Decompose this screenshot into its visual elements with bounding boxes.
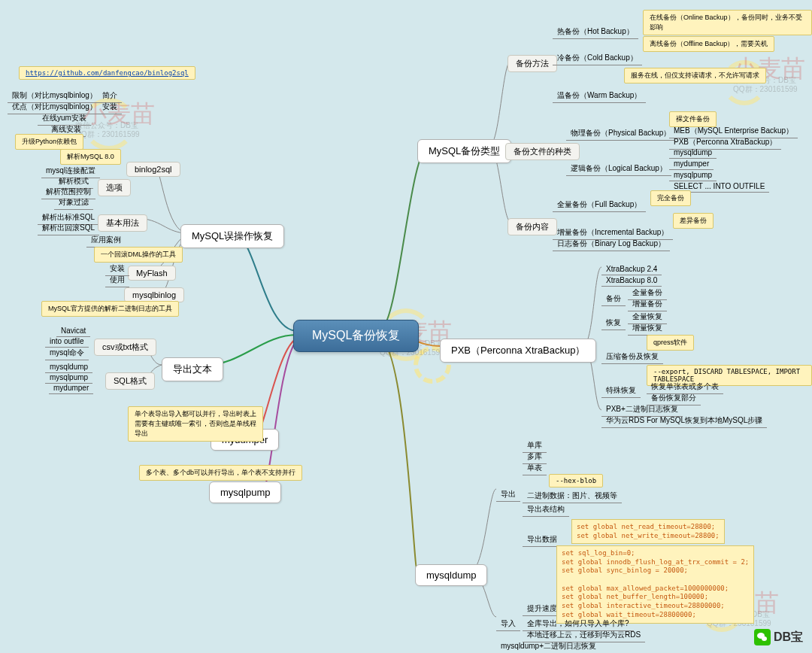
node-binlog2sql[interactable]: binlog2sql — [126, 162, 180, 177]
node-appcase[interactable]: 应用案例 — [86, 233, 126, 248]
node-pyupgrade[interactable]: 升级Python依赖包 — [15, 134, 83, 150]
node-md-export[interactable]: 导出 — [496, 487, 520, 502]
node-objfilter[interactable]: 对象过滤 — [54, 196, 93, 210]
node-binlogrestore[interactable]: mysqldump+二进制日志恢复 — [496, 639, 601, 653]
node-md-import[interactable]: 导入 — [496, 617, 520, 631]
note-mysqlpump: 多个表、多个db可以并行导出，单个表不支持并行 — [139, 465, 302, 481]
node-csvtxt[interactable]: csv或txt格式 — [94, 339, 156, 356]
github-link[interactable]: https://github.com/danfengcao/binlog2sql — [19, 66, 195, 80]
branch-pxb[interactable]: PXB（Perconna XtraBackup） — [440, 339, 596, 363]
node-special[interactable]: 特殊恢复 — [601, 384, 641, 398]
node-official[interactable]: MySQL官方提供的解析二进制日志的工具 — [41, 301, 179, 317]
branch-misoperation[interactable]: MySQL误操作恢复 — [180, 224, 284, 248]
node-myflash[interactable]: MyFlash — [128, 266, 176, 281]
node-l-mysqldump[interactable]: mysqldump — [669, 147, 717, 159]
watermark-gray-tr2: QQ群：230161599 — [733, 84, 798, 95]
wechat-icon — [754, 629, 771, 645]
node-options[interactable]: 选项 — [98, 179, 131, 196]
note-hexblob: --hex-blob — [549, 474, 603, 487]
node-filetype[interactable]: 备份文件的种类 — [505, 143, 580, 160]
node-dmltool[interactable]: 一个回滚DML操作的工具 — [94, 247, 183, 263]
node-parse8[interactable]: 解析MySQL 8.0 — [60, 149, 121, 165]
node-huawei[interactable]: 华为云RDS For MySQL恢复到本地MySQL步骤 — [601, 414, 767, 428]
node-l-mydumper[interactable]: mydumper — [669, 158, 714, 170]
node-pxb-incrrs[interactable]: 增量恢复 — [628, 321, 667, 336]
note-warm: 服务在线，但仅支持读请求，不允许写请求 — [624, 68, 766, 84]
node-l-mysqlpump[interactable]: mysqlpump — [669, 169, 717, 181]
node-cold[interactable]: 冷备份（Cold Backup） — [553, 51, 642, 65]
root-node[interactable]: MySQL备份恢复 — [293, 320, 419, 352]
node-v24[interactable]: XtraBackup 2.4 — [601, 263, 662, 275]
node-logical[interactable]: 逻辑备份（Logical Backup） — [566, 162, 671, 176]
code-speedup: set sql_log_bin=0; set global innodb_flu… — [556, 545, 754, 624]
node-warm[interactable]: 温备份（Warm Backup） — [553, 89, 646, 103]
branch-mysqlpump[interactable]: mysqlpump — [209, 481, 281, 503]
node-mysqlcmd[interactable]: mysql命令 — [45, 346, 89, 360]
brand-text: DB宝 — [774, 630, 803, 645]
node-pxb-restore[interactable]: 恢复 — [601, 316, 626, 330]
node-binary[interactable]: 二进制数据：图片、视频等 — [523, 489, 622, 503]
code-timeout: set global net_read_timeout=28800; set g… — [571, 519, 725, 544]
node-sql[interactable]: SQL格式 — [105, 372, 155, 390]
node-mysqlbinlog[interactable]: mysqlbinlog — [124, 287, 184, 302]
node-tablestruct[interactable]: 导出表结构 — [523, 503, 569, 517]
node-basic[interactable]: 基本用法 — [98, 214, 147, 232]
node-hot[interactable]: 热备份（Hot Backup） — [553, 25, 638, 39]
node-method[interactable]: 备份方法 — [508, 55, 557, 72]
brand-logo: DB宝 — [754, 629, 803, 645]
node-ex-mydumper[interactable]: mydumper — [49, 382, 93, 394]
node-physical[interactable]: 物理备份（Physical Backup） — [566, 126, 675, 141]
note-full: 完全备份 — [650, 190, 691, 206]
note-hot: 在线备份（Online Backup），备份同时，业务不受影响 — [643, 10, 812, 35]
node-pxb-backup[interactable]: 备份 — [601, 292, 626, 306]
branch-backuptype[interactable]: MySQL备份类型 — [417, 139, 511, 163]
node-mfuse[interactable]: 使用 — [105, 273, 129, 287]
note-cold: 离线备份（Offline Backup），需要关机 — [643, 36, 774, 52]
node-v80[interactable]: XtraBackup 8.0 — [601, 275, 662, 287]
node-full[interactable]: 全量备份（Full Backup） — [553, 198, 646, 212]
note-qpress: qpress软件 — [647, 335, 694, 351]
node-compress[interactable]: 压缩备份及恢复 — [601, 350, 663, 364]
note-mydumper: 单个表导出导入都可以并行，导出时表上需要有主键或唯一索引，否则也是单线程导出 — [128, 406, 263, 442]
node-danbiao[interactable]: 单表 — [523, 461, 547, 475]
node-content[interactable]: 备份内容 — [508, 218, 557, 235]
node-binlog[interactable]: 日志备份（Binary Log Backup） — [553, 237, 670, 251]
note-incr: 差异备份 — [673, 213, 714, 229]
branch-mysqldump[interactable]: mysqldump — [415, 564, 487, 586]
branch-export[interactable]: 导出文本 — [162, 357, 223, 381]
